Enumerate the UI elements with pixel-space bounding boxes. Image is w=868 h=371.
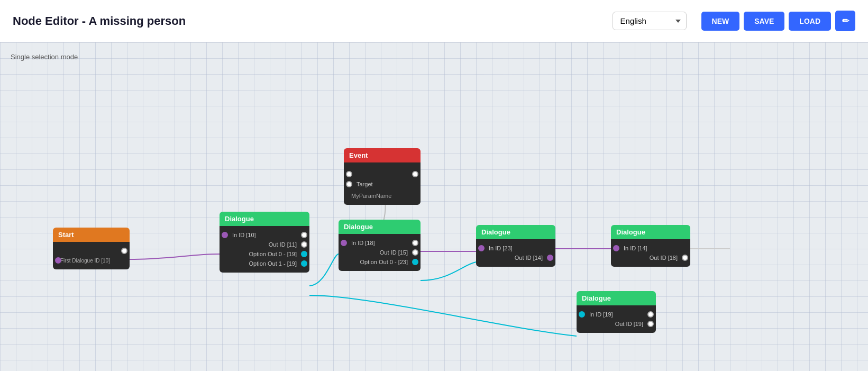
dialogue-2-node[interactable]: Dialogue In ID [18] Out ID [15] Option O… — [339, 220, 421, 271]
dialogue-5-body: In ID [19] Out ID [19] — [577, 305, 656, 333]
dialogue-1-body: In ID [10] Out ID [11] Option Out 0 - [1… — [220, 226, 309, 273]
save-button[interactable]: SAVE — [744, 12, 784, 31]
header: Node Editor - A missing person English F… — [0, 0, 868, 42]
dialogue-5-node[interactable]: Dialogue In ID [19] Out ID [19] — [577, 291, 656, 333]
dialogue-2-header: Dialogue — [339, 220, 421, 234]
connections-svg — [0, 42, 868, 371]
dialogue-2-body: In ID [18] Out ID [15] Option Out 0 - [2… — [339, 234, 421, 271]
dialogue-4-header: Dialogue — [611, 225, 690, 239]
load-button[interactable]: LOAD — [789, 12, 831, 31]
dialogue-1-node[interactable]: Dialogue In ID [10] Out ID [11] Option O… — [220, 212, 309, 273]
dialogue-4-body: In ID [14] Out ID [18] — [611, 239, 690, 267]
page-title: Node Editor - A missing person — [13, 14, 613, 28]
dialogue-3-node[interactable]: Dialogue In ID [23] Out ID [14] — [476, 225, 555, 267]
start-node-body: First Dialogue ID [10] — [53, 242, 130, 269]
new-button[interactable]: NEW — [701, 12, 740, 31]
event-node-header: Event — [344, 148, 421, 162]
start-node[interactable]: Start First Dialogue ID [10] — [53, 228, 130, 269]
edit-button[interactable]: ✏ — [835, 11, 855, 31]
dialogue-4-node[interactable]: Dialogue In ID [14] Out ID [18] — [611, 225, 690, 267]
start-node-header: Start — [53, 228, 130, 242]
event-node[interactable]: Event Target MyParamName — [344, 148, 421, 205]
dialogue-3-body: In ID [23] Out ID [14] — [476, 239, 555, 267]
start-out-port-row: First Dialogue ID [10] — [58, 256, 124, 265]
canvas[interactable]: Single selection mode Start First D — [0, 42, 868, 371]
dialogue-3-header: Dialogue — [476, 225, 555, 239]
dialogue-1-header: Dialogue — [220, 212, 309, 226]
language-select[interactable]: English French German Spanish — [613, 12, 687, 30]
event-node-body: Target MyParamName — [344, 162, 421, 205]
dialogue-5-header: Dialogue — [577, 291, 656, 305]
mode-label: Single selection mode — [11, 53, 78, 61]
start-in-port-row — [58, 246, 124, 256]
